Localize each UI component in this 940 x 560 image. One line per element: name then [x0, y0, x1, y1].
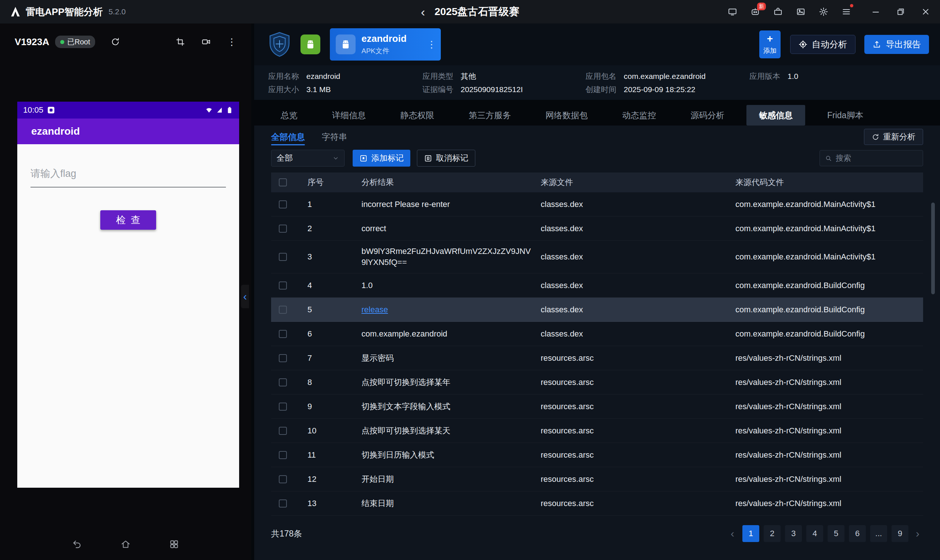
table-row[interactable]: 11切换到日历输入模式resources.arscres/values-zh-r… — [271, 443, 923, 467]
page-button-6[interactable]: 6 — [849, 525, 866, 542]
prev-page-button[interactable]: ‹ — [727, 525, 738, 542]
page-button-9[interactable]: 9 — [892, 525, 908, 542]
info-field: 应用大小3.1 MB — [268, 85, 423, 95]
cell-no: 2 — [295, 224, 350, 233]
reanalyze-button[interactable]: 重新分析 — [864, 129, 923, 145]
select-all-checkbox[interactable] — [279, 178, 287, 186]
export-report-button[interactable]: 导出报告 — [864, 35, 929, 54]
ai-assistant-icon[interactable]: 新 — [750, 7, 760, 17]
tab-动态监控[interactable]: 动态监控 — [610, 105, 668, 126]
filter-dropdown[interactable]: 全部 — [271, 150, 344, 167]
row-checkbox[interactable] — [279, 330, 287, 338]
phone-app-bar: ezandroid — [17, 118, 239, 144]
selected-app-card[interactable]: ezandroid APK文件 ⋮ — [330, 28, 441, 60]
close-icon[interactable] — [921, 7, 931, 17]
cell-no: 9 — [295, 402, 350, 411]
cell-no: 6 — [295, 329, 350, 339]
record-video-icon[interactable] — [201, 37, 211, 47]
sensitive-info-panel: 全部信息字符串 重新分析 全部 添加标记 取消标记 — [254, 126, 940, 560]
info-value: 1.0 — [787, 72, 798, 81]
table-row[interactable]: 41.0classes.dexcom.example.ezandroid.Bui… — [271, 273, 923, 298]
row-checkbox[interactable] — [279, 451, 287, 459]
row-checkbox[interactable] — [279, 427, 287, 435]
back-chevron-icon[interactable]: ‹ — [421, 6, 425, 18]
row-checkbox[interactable] — [279, 354, 287, 362]
flag-input-field[interactable]: 请输入flag — [31, 167, 226, 188]
table-scrollbar[interactable] — [931, 203, 935, 294]
cell-result: correct — [350, 223, 541, 234]
tab-第三方服务[interactable]: 第三方服务 — [456, 105, 523, 126]
tab-网络数据包[interactable]: 网络数据包 — [533, 105, 600, 126]
cell-source: resources.arsc — [541, 378, 735, 387]
table-row[interactable]: 8点按即可切换到选择某年resources.arscres/values-zh-… — [271, 370, 923, 394]
row-checkbox[interactable] — [279, 378, 287, 386]
next-page-button[interactable]: › — [912, 525, 923, 542]
menu-icon[interactable] — [841, 7, 851, 17]
remove-mark-icon — [424, 154, 432, 163]
table-row[interactable]: 7显示密码resources.arscres/values-zh-rCN/str… — [271, 346, 923, 370]
table-row[interactable]: 1incorrect Please re-enterclasses.dexcom… — [271, 192, 923, 217]
row-checkbox[interactable] — [279, 253, 287, 261]
cell-result: 点按即可切换到选择某天 — [350, 425, 541, 436]
nav-back-icon[interactable] — [72, 539, 82, 549]
info-field: 创建时间2025-09-09 18:25:22 — [585, 85, 749, 95]
add-app-button[interactable]: + 添加 — [759, 31, 781, 58]
maximize-icon[interactable] — [896, 7, 906, 17]
refresh-device-icon[interactable] — [111, 37, 120, 47]
tab-源码分析[interactable]: 源码分析 — [678, 105, 737, 126]
cell-result: 1.0 — [350, 280, 541, 291]
auto-analyze-button[interactable]: 自动分析 — [790, 35, 855, 54]
row-checkbox[interactable] — [279, 306, 287, 314]
app-card-menu-icon[interactable]: ⋮ — [427, 39, 437, 50]
page-button-...[interactable]: ... — [870, 525, 887, 542]
tab-总览[interactable]: 总览 — [268, 105, 310, 126]
table-row[interactable]: 3bW9lY3Rme2FuZHJvaWRfUmV2ZXJzZV9JNV9lYXN… — [271, 241, 923, 273]
row-checkbox[interactable] — [279, 282, 287, 289]
screen-mirror-icon[interactable] — [728, 7, 737, 17]
cell-result: 切换到文本字段输入模式 — [350, 401, 541, 412]
page-button-1[interactable]: 1 — [742, 525, 759, 542]
nav-home-icon[interactable] — [120, 539, 131, 549]
page-button-4[interactable]: 4 — [806, 525, 823, 542]
subtab-全部信息[interactable]: 全部信息 — [271, 126, 305, 148]
settings-gear-icon[interactable] — [819, 7, 828, 17]
cell-source: resources.arsc — [541, 499, 735, 508]
tab-敏感信息[interactable]: 敏感信息 — [746, 105, 805, 126]
nav-recents-icon[interactable] — [169, 539, 179, 549]
collapse-panel-handle[interactable]: ‹ — [241, 285, 249, 308]
table-row[interactable]: 6com.example.ezandroidclasses.dexcom.exa… — [271, 322, 923, 346]
table-row[interactable]: 2correctclasses.dexcom.example.ezandroid… — [271, 217, 923, 241]
table-row[interactable]: 12开始日期resources.arscres/values-zh-rCN/st… — [271, 467, 923, 491]
remove-mark-button[interactable]: 取消标记 — [417, 150, 475, 167]
tab-静态权限[interactable]: 静态权限 — [388, 105, 447, 126]
row-checkbox[interactable] — [279, 403, 287, 411]
tab-详细信息[interactable]: 详细信息 — [320, 105, 378, 126]
table-row[interactable]: 10点按即可切换到选择某天resources.arscres/values-zh… — [271, 419, 923, 443]
page-button-5[interactable]: 5 — [827, 525, 844, 542]
table-row[interactable]: 13结束日期resources.arscres/values-zh-rCN/st… — [271, 491, 923, 515]
new-badge: 新 — [757, 3, 766, 10]
check-button[interactable]: 检查 — [100, 210, 156, 230]
table-row[interactable]: 5releaseclasses.dexcom.example.ezandroid… — [271, 298, 923, 322]
info-label: 创建时间 — [585, 85, 616, 95]
subtab-字符串[interactable]: 字符串 — [322, 126, 347, 148]
android-app-icon[interactable] — [301, 34, 320, 54]
info-field: 证据编号20250909182512I — [423, 85, 585, 95]
gallery-icon[interactable] — [796, 7, 806, 17]
more-options-icon[interactable]: ⋮ — [227, 37, 236, 47]
minimize-icon[interactable] — [871, 7, 880, 17]
row-checkbox[interactable] — [279, 475, 287, 483]
search-input[interactable] — [836, 154, 918, 163]
row-checkbox[interactable] — [279, 500, 287, 508]
tab-Frida脚本[interactable]: Frida脚本 — [815, 105, 876, 126]
page-button-3[interactable]: 3 — [785, 525, 802, 542]
row-checkbox[interactable] — [279, 225, 287, 233]
add-mark-button[interactable]: 添加标记 — [353, 150, 410, 167]
table-row[interactable]: 9切换到文本字段输入模式resources.arscres/values-zh-… — [271, 394, 923, 419]
crop-icon[interactable] — [176, 37, 185, 47]
row-checkbox[interactable] — [279, 200, 287, 208]
result-link[interactable]: release — [361, 304, 388, 315]
search-field[interactable] — [820, 150, 923, 166]
page-button-2[interactable]: 2 — [764, 525, 781, 542]
toolbox-icon[interactable] — [773, 7, 783, 17]
